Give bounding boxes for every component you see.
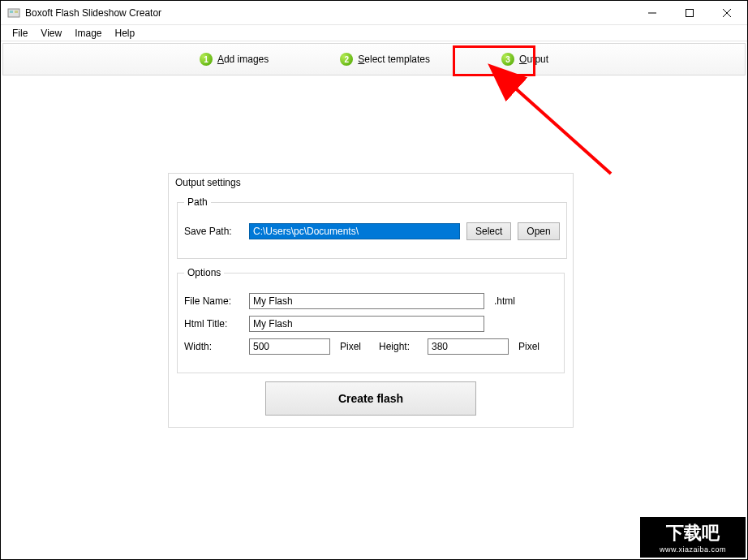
select-path-button[interactable]: Select — [466, 222, 511, 240]
save-path-input[interactable] — [249, 223, 460, 239]
height-label: Height: — [379, 341, 421, 352]
window-controls — [634, 1, 746, 25]
svg-rect-2 — [15, 11, 18, 13]
file-name-label: File Name: — [184, 295, 243, 307]
step1-text: dd images — [224, 54, 269, 65]
svg-rect-1 — [10, 11, 13, 13]
step3-accel: O — [519, 54, 527, 65]
close-icon — [723, 9, 731, 17]
file-extension-label: .html — [494, 295, 515, 307]
path-group: Path Save Path: Select Open — [177, 196, 567, 259]
svg-rect-4 — [686, 9, 694, 16]
watermark-text: 下载吧 — [666, 521, 720, 545]
maximize-icon — [686, 9, 694, 17]
menu-view[interactable]: View — [34, 26, 68, 41]
step-number-icon: 3 — [501, 53, 514, 66]
maximize-button[interactable] — [671, 1, 708, 25]
open-path-button[interactable]: Open — [518, 222, 559, 240]
save-path-label: Save Path: — [184, 226, 243, 237]
minimize-button[interactable] — [634, 1, 671, 25]
height-input[interactable] — [428, 338, 509, 355]
step2-text: elect templates — [364, 54, 430, 65]
app-icon — [7, 6, 20, 19]
step1-accel: A — [217, 54, 224, 65]
menu-file[interactable]: File — [6, 26, 34, 41]
window-title: Boxoft Flash Slideshow Creator — [25, 7, 634, 19]
watermark: 下载吧 www.xiazaiba.com — [640, 517, 746, 558]
html-title-input[interactable] — [249, 316, 484, 332]
minimize-icon — [648, 9, 656, 17]
step-select-templates[interactable]: 2 Select templates — [329, 50, 441, 69]
width-label: Width: — [184, 341, 243, 352]
title-bar: Boxoft Flash Slideshow Creator — [1, 1, 747, 25]
height-unit: Pixel — [518, 341, 540, 352]
step-add-images[interactable]: 1 Add images — [188, 50, 280, 69]
step-bar: 1 Add images 2 Select templates 3 Output — [2, 43, 746, 75]
width-input[interactable] — [249, 338, 330, 355]
width-unit: Pixel — [340, 341, 361, 352]
step-number-icon: 2 — [340, 53, 353, 66]
step-output[interactable]: 3 Output — [490, 50, 560, 69]
create-flash-button[interactable]: Create flash — [265, 381, 476, 416]
menu-image[interactable]: Image — [68, 26, 108, 41]
path-legend: Path — [184, 196, 211, 208]
step3-text: utput — [527, 54, 548, 65]
watermark-url: www.xiazaiba.com — [660, 545, 726, 554]
output-settings-label: Output settings — [169, 174, 573, 188]
file-name-input[interactable] — [249, 293, 484, 309]
menu-bar: File View Image Help — [1, 25, 747, 41]
options-group: Options File Name: .html Html Title: Wid… — [177, 267, 565, 373]
svg-line-8 — [512, 85, 611, 174]
options-legend: Options — [184, 267, 224, 278]
html-title-label: Html Title: — [184, 318, 243, 330]
step-number-icon: 1 — [200, 53, 213, 66]
menu-help[interactable]: Help — [109, 26, 142, 41]
close-button[interactable] — [708, 1, 746, 25]
output-settings-panel: Output settings Path Save Path: Select O… — [168, 173, 574, 428]
